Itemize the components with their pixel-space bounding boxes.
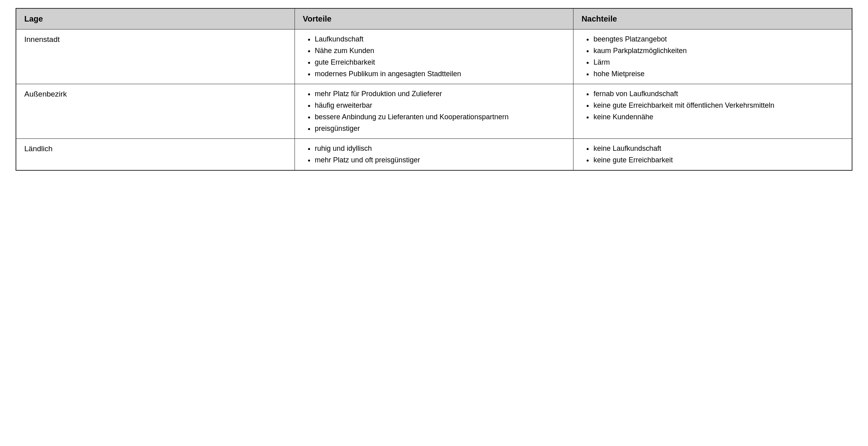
list-item: kaum Parkplatzmöglichkeiten: [593, 47, 844, 55]
cell-vorteile-1: mehr Platz für Produktion und Zulieferer…: [295, 84, 573, 139]
list-item: keine Laufkundschaft: [593, 144, 844, 153]
cell-vorteile-0: LaufkundschaftNähe zum Kundengute Erreic…: [295, 30, 573, 84]
list-item: Nähe zum Kunden: [315, 47, 565, 55]
list-item: ruhig und idyllisch: [315, 144, 565, 153]
list-item: beengtes Platzangebot: [593, 35, 844, 43]
list-item: bessere Anbindung zu Lieferanten und Koo…: [315, 113, 565, 121]
main-table-wrapper: Lage Vorteile Nachteile InnenstadtLaufku…: [16, 8, 852, 171]
list-item: keine gute Erreichbarkeit mit öffentlich…: [593, 101, 844, 110]
cell-nachteile-2: keine Laufkundschaftkeine gute Erreichba…: [573, 139, 852, 171]
list-item: fernab von Laufkundschaft: [593, 90, 844, 98]
table-row: InnenstadtLaufkundschaftNähe zum Kundeng…: [16, 30, 852, 84]
cell-lage-1: Außenbezirk: [16, 84, 295, 139]
cell-vorteile-2: ruhig und idyllischmehr Platz und oft pr…: [295, 139, 573, 171]
list-item: mehr Platz für Produktion und Zulieferer: [315, 90, 565, 98]
cell-nachteile-0: beengtes Platzangebotkaum Parkplatzmögli…: [573, 30, 852, 84]
list-item: modernes Publikum in angesagten Stadttei…: [315, 70, 565, 78]
list-item: gute Erreichbarkeit: [315, 58, 565, 67]
header-vorteile: Vorteile: [295, 8, 573, 30]
cell-lage-2: Ländlich: [16, 139, 295, 171]
list-item: preisgünstiger: [315, 124, 565, 133]
header-lage: Lage: [16, 8, 295, 30]
list-item: keine Kundennähe: [593, 113, 844, 121]
list-item: Laufkundschaft: [315, 35, 565, 43]
header-nachteile: Nachteile: [573, 8, 852, 30]
cell-lage-0: Innenstadt: [16, 30, 295, 84]
list-item: keine gute Erreichbarkeit: [593, 156, 844, 164]
cell-nachteile-1: fernab von Laufkundschaftkeine gute Erre…: [573, 84, 852, 139]
list-item: häufig erweiterbar: [315, 101, 565, 110]
table-row: Ländlichruhig und idyllischmehr Platz un…: [16, 139, 852, 171]
list-item: mehr Platz und oft preisgünstiger: [315, 156, 565, 164]
location-comparison-table: Lage Vorteile Nachteile InnenstadtLaufku…: [16, 8, 852, 171]
table-row: Außenbezirkmehr Platz für Produktion und…: [16, 84, 852, 139]
table-header-row: Lage Vorteile Nachteile: [16, 8, 852, 30]
list-item: hohe Mietpreise: [593, 70, 844, 78]
list-item: Lärm: [593, 58, 844, 67]
